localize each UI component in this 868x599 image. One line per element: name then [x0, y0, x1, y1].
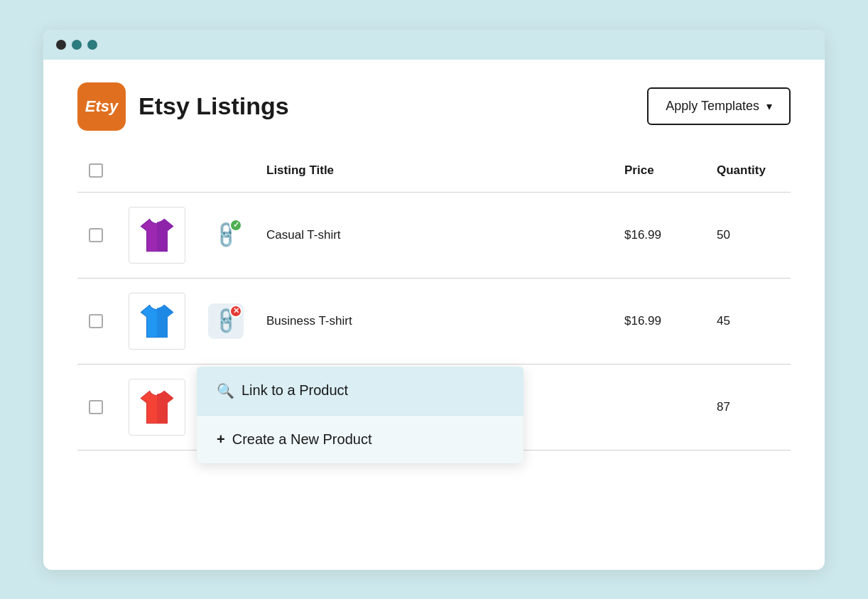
row-3-quantity-cell: 87 [705, 364, 791, 450]
link-status-badge-unlinked: ✕ [229, 305, 242, 318]
etsy-logo: Etsy [77, 82, 126, 131]
row-3-img-cell [117, 364, 197, 450]
page-header: Etsy Etsy Listings Apply Templates ▾ [77, 82, 791, 131]
table-header-row: Listing Title Price Quantity [77, 156, 791, 193]
search-icon: 🔍 [217, 382, 234, 399]
window-dot-3[interactable] [87, 40, 97, 50]
row-2-product-image [129, 293, 185, 350]
col-header-quantity: Quantity [705, 156, 791, 193]
plus-icon: + [217, 431, 225, 448]
table-row: 🔗 ✕ 🔍 Link to a Product + Create a N [77, 278, 791, 364]
row-1-price-cell: $16.99 [613, 192, 705, 278]
window-dot-1[interactable] [56, 40, 66, 50]
row-1-img-cell [117, 192, 197, 278]
main-content: Etsy Etsy Listings Apply Templates ▾ [43, 60, 825, 473]
link-dropdown-menu: 🔍 Link to a Product + Create a New Produ… [197, 367, 523, 463]
tshirt-purple-icon [135, 213, 179, 257]
tshirt-red-icon [135, 385, 179, 429]
row-2-check-cell [77, 278, 117, 364]
page-title: Etsy Listings [139, 92, 289, 120]
row-1-checkbox[interactable] [89, 228, 103, 242]
col-header-title: Listing Title [255, 156, 613, 193]
row-3-check-cell [77, 364, 117, 450]
tshirt-blue-icon [135, 299, 179, 343]
row-2-link-cell: 🔗 ✕ 🔍 Link to a Product + Create a N [197, 278, 255, 364]
row-3-price-cell [613, 364, 705, 450]
row-2-title-cell: Business T-shirt [255, 278, 613, 364]
create-new-product-item[interactable]: + Create a New Product [197, 416, 523, 463]
row-1-quantity-cell: 50 [705, 192, 791, 278]
row-2-checkbox[interactable] [89, 314, 103, 328]
link-to-product-item[interactable]: 🔍 Link to a Product [197, 367, 523, 416]
col-header-check [77, 156, 117, 193]
row-1-link-cell: 🔗 ✓ [197, 192, 255, 278]
link-status-badge-linked: ✓ [229, 219, 242, 232]
col-header-image [117, 156, 197, 193]
row-2-link-button[interactable]: 🔗 ✕ [208, 303, 244, 339]
row-3-checkbox[interactable] [89, 400, 103, 414]
chevron-down-icon: ▾ [766, 99, 772, 113]
window-dot-2[interactable] [72, 40, 82, 50]
table-row: 🔗 ✓ Casual T-shirt $16.99 50 [77, 192, 791, 278]
row-2-img-cell [117, 278, 197, 364]
row-3-product-image [129, 379, 185, 436]
title-bar [43, 30, 825, 60]
listings-table: Listing Title Price Quantity [77, 156, 791, 450]
row-2-quantity-cell: 45 [705, 278, 791, 364]
select-all-checkbox[interactable] [89, 163, 103, 178]
apply-templates-button[interactable]: Apply Templates ▾ [647, 87, 791, 125]
col-header-price: Price [613, 156, 705, 193]
app-window: Etsy Etsy Listings Apply Templates ▾ [43, 30, 825, 570]
row-1-link-button[interactable]: 🔗 ✓ [208, 217, 244, 253]
row-2-price-cell: $16.99 [613, 278, 705, 364]
row-1-product-image [129, 207, 185, 264]
row-1-check-cell [77, 192, 117, 278]
col-header-link [197, 156, 255, 193]
row-1-title-cell: Casual T-shirt [255, 192, 613, 278]
brand-area: Etsy Etsy Listings [77, 82, 289, 131]
